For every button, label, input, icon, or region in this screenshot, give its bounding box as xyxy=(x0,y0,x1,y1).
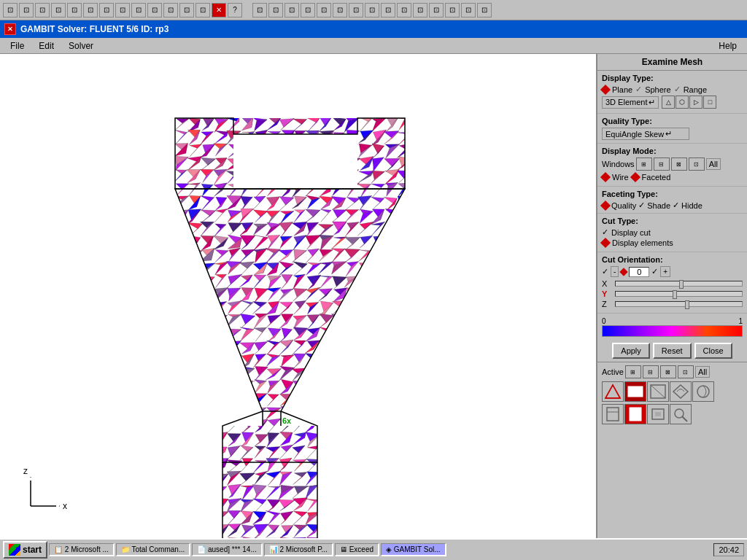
taskbar-item-2[interactable]: 📋 2 Microsoft ... xyxy=(49,543,115,556)
range-label[interactable]: Range xyxy=(684,85,707,94)
z-slider-thumb[interactable] xyxy=(685,300,689,309)
x-slider-track[interactable] xyxy=(615,281,743,287)
sphere-label[interactable]: Sphere xyxy=(645,85,670,94)
toolbar-icon-4[interactable]: ⊡ xyxy=(51,3,66,18)
taskbar-item-aused[interactable]: 📄 aused] *** 14... xyxy=(192,543,263,556)
toolbar-icon-13[interactable]: ⊡ xyxy=(196,3,210,18)
toolbar-icon-5[interactable]: ⊡ xyxy=(67,3,82,18)
y-slider-thumb[interactable] xyxy=(673,290,677,299)
active-all-label[interactable]: All xyxy=(695,366,710,378)
quality-arrow-icon: ↵ xyxy=(665,129,672,139)
toolbar-icon-r5[interactable]: ⊡ xyxy=(317,3,331,18)
toolbar-icon-2[interactable]: ⊡ xyxy=(19,3,34,18)
active-icon-3[interactable]: ⊠ xyxy=(660,365,676,378)
win-icon-4[interactable]: ⊡ xyxy=(689,158,705,171)
toolbar-icon-stop[interactable]: ✕ xyxy=(212,3,226,18)
toolbar-icon-r12[interactable]: ⊡ xyxy=(429,3,444,18)
faceted-label[interactable]: Faceted xyxy=(642,173,671,182)
display-elements-label[interactable]: Display elements xyxy=(612,238,673,247)
y-slider-track[interactable] xyxy=(615,291,743,297)
active-icon-2[interactable]: ⊟ xyxy=(643,365,659,378)
display-elements-row: Display elements xyxy=(602,238,743,247)
taskbar-time: 20:42 xyxy=(713,543,744,556)
shade-label[interactable]: Shade xyxy=(647,201,670,210)
taskbar-item-microsoft[interactable]: 📊 2 Microsoft P... xyxy=(264,543,333,556)
toolbar-icon-6[interactable]: ⊡ xyxy=(83,3,98,18)
element-3d-dropdown[interactable]: 3D Element ↵ xyxy=(602,96,659,109)
active-mode-5[interactable] xyxy=(692,381,714,402)
quality-dropdown[interactable]: EquiAngle Skew ↵ xyxy=(602,128,689,140)
tetra-icon[interactable]: △ xyxy=(662,96,675,109)
toolbar-icon-r3[interactable]: ⊡ xyxy=(285,3,299,18)
toolbar-icon-1[interactable]: ⊡ xyxy=(3,3,18,18)
toolbar-icon-r14[interactable]: ⊡ xyxy=(461,3,476,18)
orient-minus-btn[interactable]: - xyxy=(611,266,619,277)
toolbar-icon-r7[interactable]: ⊡ xyxy=(349,3,363,18)
display-cut-label[interactable]: Display cut xyxy=(611,228,651,237)
taskbar-item-2-label: 📋 2 Microsoft ... xyxy=(54,545,109,553)
menu-solver[interactable]: Solver xyxy=(61,39,101,52)
toolbar-icon-7[interactable]: ⊡ xyxy=(99,3,114,18)
pyramid-icon[interactable]: ⬡ xyxy=(676,96,689,109)
toolbar-icon-9[interactable]: ⊡ xyxy=(131,3,146,18)
taskbar-item-gambit[interactable]: ◈ GAMBIT Sol... xyxy=(381,543,446,556)
reset-button[interactable]: Reset xyxy=(653,343,692,359)
display-type-label: Display Type: xyxy=(602,74,743,82)
active-icon-1[interactable]: ⊞ xyxy=(625,365,641,378)
hidden-check: ✓ xyxy=(673,201,679,210)
taskbar-item-total[interactable]: 📁 Total Comman... xyxy=(116,543,190,556)
toolbar-icon-8[interactable]: ⊡ xyxy=(115,3,130,18)
active-tool-4[interactable] xyxy=(670,404,692,424)
toolbar-icon-r15[interactable]: ⊡ xyxy=(477,3,492,18)
orient-zero-icon xyxy=(620,268,628,276)
active-mode-1[interactable] xyxy=(602,381,624,402)
active-mode-2[interactable] xyxy=(624,381,646,402)
z-slider-track[interactable] xyxy=(615,301,743,307)
orient-value-input[interactable] xyxy=(629,267,649,277)
plane-label[interactable]: Plane xyxy=(612,85,632,94)
start-button[interactable]: start xyxy=(3,541,47,559)
close-app-button[interactable]: ✕ xyxy=(4,23,16,35)
menu-bar: File Edit Solver Help xyxy=(0,38,747,54)
toolbar-icon-r6[interactable]: ⊡ xyxy=(333,3,347,18)
active-tool-1[interactable] xyxy=(602,404,624,424)
orient-plus-btn[interactable]: + xyxy=(660,266,670,277)
wire-label[interactable]: Wire xyxy=(612,173,629,182)
quality-facet-label[interactable]: Quality xyxy=(611,201,636,210)
menu-file[interactable]: File xyxy=(3,39,31,52)
win-icon-1[interactable]: ⊞ xyxy=(636,158,652,171)
toolbar-icon-3[interactable]: ⊡ xyxy=(35,3,50,18)
element-icons-group: △ ⬡ ▷ □ xyxy=(662,96,716,109)
x-slider-thumb[interactable] xyxy=(679,280,684,289)
close-button[interactable]: Close xyxy=(694,343,732,359)
menu-edit[interactable]: Edit xyxy=(31,39,61,52)
active-mode-3[interactable] xyxy=(647,381,669,402)
hex-icon[interactable]: □ xyxy=(703,96,716,109)
active-icon-4[interactable]: ⊡ xyxy=(678,365,694,378)
win-icon-2[interactable]: ⊟ xyxy=(654,158,670,171)
active-tool-3[interactable] xyxy=(647,404,669,424)
toolbar-icon-r4[interactable]: ⊡ xyxy=(301,3,315,18)
taskbar-item-exceed[interactable]: 🖥 Exceed xyxy=(335,543,379,556)
toolbar-icon-10[interactable]: ⊡ xyxy=(147,3,162,18)
toolbar-icon-r9[interactable]: ⊡ xyxy=(381,3,395,18)
toolbar-icon-help[interactable]: ? xyxy=(228,3,242,18)
toolbar-icon-r11[interactable]: ⊡ xyxy=(413,3,427,18)
toolbar-icon-12[interactable]: ⊡ xyxy=(179,3,194,18)
apply-button[interactable]: Apply xyxy=(612,343,650,359)
cut-orientation-label: Cut Orientation: xyxy=(602,255,743,264)
toolbar-icon-11[interactable]: ⊡ xyxy=(163,3,178,18)
toolbar-icon-r10[interactable]: ⊡ xyxy=(397,3,411,18)
menu-help[interactable]: Help xyxy=(711,39,744,52)
win-icon-3[interactable]: ⊠ xyxy=(671,158,687,171)
toolbar-icon-r8[interactable]: ⊡ xyxy=(365,3,379,18)
cut-orientation-section: Cut Orientation: ✓ - ✓ + X Y xyxy=(597,252,747,314)
all-label[interactable]: All xyxy=(706,158,721,170)
toolbar-icon-r13[interactable]: ⊡ xyxy=(445,3,460,18)
toolbar-icon-r2[interactable]: ⊡ xyxy=(268,3,283,18)
toolbar-icon-r1[interactable]: ⊡ xyxy=(252,3,267,18)
hidden-label[interactable]: Hidde xyxy=(681,201,703,210)
active-mode-4[interactable] xyxy=(670,381,692,402)
wedge-icon[interactable]: ▷ xyxy=(689,96,703,109)
active-tool-2[interactable] xyxy=(624,404,646,424)
